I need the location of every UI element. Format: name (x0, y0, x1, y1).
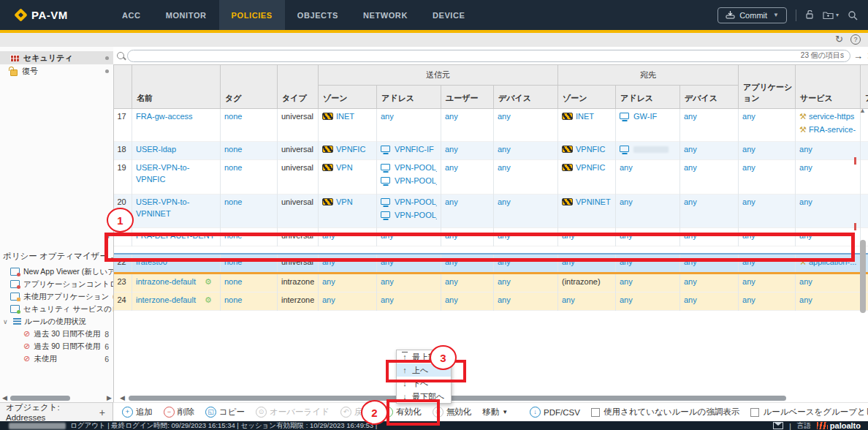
cell-link[interactable]: any (562, 257, 575, 266)
sidebar-item-security[interactable]: セキュリティ (0, 51, 113, 64)
checkbox-icon[interactable] (591, 408, 600, 417)
col-action[interactable]: アク (861, 65, 868, 109)
cell-link[interactable]: any (498, 163, 511, 172)
table-row[interactable]: 20USER-VPN-to-VPNINETnoneuniversalVPNVPN… (114, 195, 868, 228)
menu-item-move-top[interactable]: ↑最上部へ (397, 350, 451, 363)
cell-link[interactable]: any (742, 112, 755, 121)
sidebar-collapse-arrow[interactable]: ◀ (104, 233, 109, 239)
rule-name-link[interactable]: USER-ldap (136, 145, 176, 154)
cell-link[interactable]: any (620, 163, 633, 172)
optimizer-item[interactable]: ⊘未使用6 (0, 352, 113, 365)
cell-link[interactable]: any (620, 231, 633, 240)
vertical-scrollbar[interactable] (860, 240, 866, 313)
cell-link[interactable]: INET (336, 112, 354, 121)
cell-link[interactable]: VPNFIC (576, 163, 605, 172)
cell-link[interactable]: VPNFIC-IF (395, 145, 434, 154)
col-name[interactable]: 名前 (132, 65, 221, 109)
rule-name-link[interactable]: USER-VPN-to-VPNFIC (136, 163, 189, 184)
cell-link[interactable]: any (445, 277, 458, 286)
cell-value[interactable]: universal (281, 112, 313, 121)
lock-icon[interactable] (805, 10, 814, 20)
rule-filter-input[interactable] (128, 51, 801, 60)
cell-link[interactable]: any (684, 257, 697, 266)
rule-name-link[interactable]: USER-VPN-to-VPNINET (136, 197, 189, 218)
cell-link[interactable]: none (224, 112, 242, 121)
col-dst-zone[interactable]: ゾーン (558, 86, 616, 109)
cell-value[interactable]: intrazone (281, 277, 314, 286)
sidebar-item-decryption[interactable]: 復号 (0, 64, 113, 78)
scroll-left-arrow[interactable]: ◀ (2, 394, 7, 401)
scroll-left-arrow[interactable]: ◀ (120, 394, 125, 401)
optimizer-item[interactable]: ⊘過去 90 日間不使用6 (0, 340, 113, 352)
cell-link[interactable]: any (799, 145, 812, 154)
optimizer-item[interactable]: ∨ルールの使用状況 (0, 315, 113, 328)
cell-link[interactable]: VPNFIC (576, 145, 605, 154)
cell-link[interactable]: any (684, 145, 697, 154)
rule-name-link[interactable]: FRA-gw-access (136, 112, 193, 121)
cell-link[interactable]: any (322, 231, 335, 240)
cell-link[interactable]: any (742, 257, 755, 266)
cell-link[interactable]: any (498, 257, 511, 266)
cell-link[interactable]: VPN (336, 197, 353, 206)
cell-link[interactable]: any (684, 231, 697, 240)
cell-link[interactable]: any (445, 295, 458, 304)
cell-value[interactable]: universal (281, 231, 313, 240)
cell-link[interactable]: any (684, 112, 697, 121)
cell-link[interactable]: any (799, 295, 812, 304)
cell-link[interactable]: any (684, 163, 697, 172)
cell-link[interactable]: any (498, 197, 511, 206)
cell-link[interactable]: any (620, 295, 633, 304)
col-src-user[interactable]: ユーザー (441, 86, 494, 109)
cell-link[interactable]: none (224, 295, 242, 304)
rule-name-link[interactable]: interzone-default (136, 295, 196, 304)
コピー-button[interactable]: ◱コピー (205, 407, 245, 418)
cell-value[interactable]: universal (281, 197, 313, 206)
optimizer-item[interactable]: セキュリティ サービスのログ (0, 303, 113, 315)
toolbar-checkbox[interactable]: ルールベースをグループとして表示 (750, 407, 868, 418)
cell-link[interactable]: any (445, 257, 458, 266)
optimizer-item[interactable]: ⊘過去 30 日間不使用8 (0, 328, 113, 340)
cell-value[interactable]: universal (281, 163, 313, 172)
cell-link[interactable]: none (224, 257, 242, 266)
cell-link[interactable]: any (684, 277, 697, 286)
cell-link[interactable]: none (224, 231, 242, 240)
cell-link[interactable]: any (799, 231, 812, 240)
cell-link[interactable]: any (322, 257, 335, 266)
tab-network[interactable]: NETWORK (351, 0, 420, 30)
col-dst-device[interactable]: デバイス (680, 86, 739, 109)
table-row[interactable]: 24interzone-default⚙noneinterzoneanyanya… (114, 292, 868, 310)
cell-link[interactable]: none (224, 197, 242, 206)
menu-item-move-up[interactable]: ↑上へ (397, 363, 451, 377)
cell-value[interactable]: (intrazone) (562, 277, 601, 286)
cell-link[interactable]: any (322, 295, 335, 304)
cell-link[interactable]: FRA-service-... (809, 125, 856, 134)
cell-link[interactable]: any (620, 257, 633, 266)
cell-link[interactable]: VPN-POOL_0 (395, 163, 437, 172)
col-service[interactable]: サービス (796, 65, 861, 109)
cell-link[interactable]: VPNFIC (336, 145, 365, 154)
cell-link[interactable]: any (445, 163, 458, 172)
cell-link[interactable]: any (445, 197, 458, 206)
cell-value[interactable]: universal (281, 257, 313, 266)
cell-link[interactable]: any (684, 295, 697, 304)
cell-link[interactable]: VPN-POOL_0 (395, 197, 437, 206)
cell-link[interactable]: INET (576, 112, 594, 121)
col-num[interactable] (114, 65, 132, 109)
cell-link[interactable]: any (684, 197, 697, 206)
cell-link[interactable]: any (498, 231, 511, 240)
commit-button[interactable]: Commit ▼ (717, 7, 787, 23)
rule-name-link[interactable]: fratest00 (136, 257, 167, 266)
追加-button[interactable]: +追加 (122, 407, 153, 418)
cell-link[interactable]: any (381, 277, 394, 286)
tab-device[interactable]: DEVICE (420, 0, 478, 30)
col-dst-address[interactable]: アドレス (616, 86, 680, 109)
save-config-icon[interactable]: ▾ (823, 10, 839, 20)
cell-link[interactable]: any (742, 231, 755, 240)
cell-link[interactable]: any (498, 112, 511, 121)
cell-link[interactable]: any (742, 295, 755, 304)
table-row[interactable]: 23intrazone-default⚙noneintrazoneanyanya… (114, 273, 868, 292)
移動-button[interactable]: 移動▼ (482, 407, 508, 418)
optimizer-item[interactable]: New App Viewer (新しいアプリ (0, 265, 113, 278)
cell-link[interactable]: VPNINET (576, 197, 611, 206)
chevron-down-icon[interactable]: ∨ (3, 318, 8, 325)
